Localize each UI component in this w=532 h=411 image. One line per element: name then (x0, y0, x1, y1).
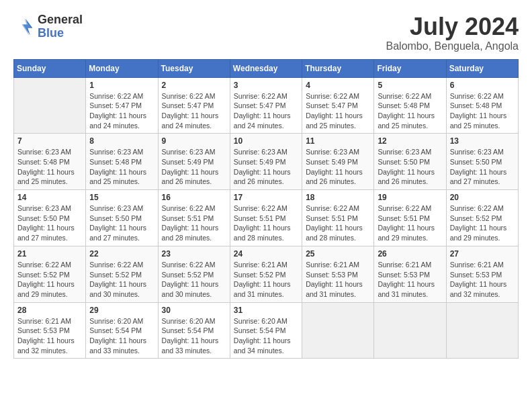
day-number: 31 (234, 306, 298, 315)
day-info: Sunrise: 6:22 AM Sunset: 5:47 PM Dayligh… (89, 91, 154, 131)
day-info: Sunrise: 6:20 AM Sunset: 5:54 PM Dayligh… (234, 316, 298, 356)
day-number: 30 (162, 306, 226, 315)
calendar-week-row: 1Sunrise: 6:22 AM Sunset: 5:47 PM Daylig… (14, 77, 519, 134)
calendar-week-row: 21Sunrise: 6:22 AM Sunset: 5:52 PM Dayli… (14, 246, 519, 302)
calendar-cell: 4Sunrise: 6:22 AM Sunset: 5:47 PM Daylig… (302, 77, 374, 134)
day-number: 16 (162, 193, 226, 202)
calendar-week-row: 28Sunrise: 6:21 AM Sunset: 5:53 PM Dayli… (14, 302, 519, 359)
day-number: 23 (162, 249, 226, 259)
day-number: 5 (378, 81, 442, 90)
day-info: Sunrise: 6:23 AM Sunset: 5:50 PM Dayligh… (89, 203, 154, 243)
calendar-cell: 17Sunrise: 6:22 AM Sunset: 5:51 PM Dayli… (230, 190, 302, 246)
weekday-header: Wednesday (230, 59, 302, 77)
calendar-cell: 13Sunrise: 6:23 AM Sunset: 5:50 PM Dayli… (446, 134, 518, 190)
day-number: 25 (306, 249, 370, 259)
day-number: 12 (378, 136, 442, 146)
day-info: Sunrise: 6:22 AM Sunset: 5:48 PM Dayligh… (378, 91, 442, 131)
day-number: 28 (17, 306, 82, 315)
day-info: Sunrise: 6:22 AM Sunset: 5:52 PM Dayligh… (17, 260, 82, 300)
calendar-cell: 14Sunrise: 6:23 AM Sunset: 5:50 PM Dayli… (14, 190, 86, 246)
logo-text: General Blue (38, 13, 83, 40)
day-number: 7 (17, 136, 82, 146)
calendar-cell: 6Sunrise: 6:22 AM Sunset: 5:48 PM Daylig… (446, 77, 518, 134)
day-number: 22 (89, 249, 154, 259)
day-number: 19 (378, 193, 442, 202)
logo-icon (13, 16, 35, 38)
day-number: 9 (162, 136, 226, 146)
calendar-cell: 24Sunrise: 6:21 AM Sunset: 5:52 PM Dayli… (230, 246, 302, 302)
day-number: 10 (234, 136, 298, 146)
calendar-cell: 29Sunrise: 6:20 AM Sunset: 5:54 PM Dayli… (86, 302, 158, 359)
day-info: Sunrise: 6:22 AM Sunset: 5:51 PM Dayligh… (378, 203, 442, 243)
location-title: Balombo, Benguela, Angola (386, 40, 519, 52)
calendar-cell: 21Sunrise: 6:22 AM Sunset: 5:52 PM Dayli… (14, 246, 86, 302)
day-number: 26 (378, 249, 442, 259)
day-number: 3 (234, 81, 298, 90)
calendar-cell: 11Sunrise: 6:23 AM Sunset: 5:49 PM Dayli… (302, 134, 374, 190)
day-info: Sunrise: 6:23 AM Sunset: 5:50 PM Dayligh… (17, 203, 82, 243)
day-info: Sunrise: 6:23 AM Sunset: 5:49 PM Dayligh… (234, 147, 298, 187)
month-title: July 2024 (386, 13, 519, 40)
calendar-cell: 2Sunrise: 6:22 AM Sunset: 5:47 PM Daylig… (158, 77, 230, 134)
calendar-cell: 23Sunrise: 6:22 AM Sunset: 5:52 PM Dayli… (158, 246, 230, 302)
calendar-cell: 1Sunrise: 6:22 AM Sunset: 5:47 PM Daylig… (86, 77, 158, 134)
day-number: 4 (306, 81, 370, 90)
calendar-cell: 5Sunrise: 6:22 AM Sunset: 5:48 PM Daylig… (374, 77, 446, 134)
day-number: 1 (89, 81, 154, 90)
day-info: Sunrise: 6:23 AM Sunset: 5:49 PM Dayligh… (162, 147, 226, 187)
page-header: General Blue July 2024 Balombo, Benguela… (13, 13, 519, 52)
weekday-header: Thursday (302, 59, 374, 77)
calendar-cell: 7Sunrise: 6:23 AM Sunset: 5:48 PM Daylig… (14, 134, 86, 190)
calendar-table: SundayMondayTuesdayWednesdayThursdayFrid… (13, 59, 519, 359)
day-info: Sunrise: 6:22 AM Sunset: 5:47 PM Dayligh… (234, 91, 298, 131)
calendar-cell: 8Sunrise: 6:23 AM Sunset: 5:48 PM Daylig… (86, 134, 158, 190)
day-info: Sunrise: 6:21 AM Sunset: 5:53 PM Dayligh… (378, 260, 442, 300)
day-number: 13 (450, 136, 515, 146)
calendar-header-row: SundayMondayTuesdayWednesdayThursdayFrid… (14, 59, 519, 77)
calendar-week-row: 7Sunrise: 6:23 AM Sunset: 5:48 PM Daylig… (14, 134, 519, 190)
day-info: Sunrise: 6:22 AM Sunset: 5:52 PM Dayligh… (450, 203, 515, 243)
calendar-cell: 27Sunrise: 6:21 AM Sunset: 5:53 PM Dayli… (446, 246, 518, 302)
weekday-header: Sunday (14, 59, 86, 77)
calendar-cell: 20Sunrise: 6:22 AM Sunset: 5:52 PM Dayli… (446, 190, 518, 246)
day-number: 29 (89, 306, 154, 315)
day-info: Sunrise: 6:22 AM Sunset: 5:51 PM Dayligh… (162, 203, 226, 243)
day-number: 6 (450, 81, 515, 90)
calendar-cell: 25Sunrise: 6:21 AM Sunset: 5:53 PM Dayli… (302, 246, 374, 302)
day-number: 27 (450, 249, 515, 259)
calendar-cell: 16Sunrise: 6:22 AM Sunset: 5:51 PM Dayli… (158, 190, 230, 246)
day-number: 20 (450, 193, 515, 202)
day-info: Sunrise: 6:20 AM Sunset: 5:54 PM Dayligh… (162, 316, 226, 356)
calendar-cell: 28Sunrise: 6:21 AM Sunset: 5:53 PM Dayli… (14, 302, 86, 359)
weekday-header: Monday (86, 59, 158, 77)
day-info: Sunrise: 6:22 AM Sunset: 5:51 PM Dayligh… (234, 203, 298, 243)
calendar-cell (374, 302, 446, 359)
calendar-cell: 10Sunrise: 6:23 AM Sunset: 5:49 PM Dayli… (230, 134, 302, 190)
day-number: 8 (89, 136, 154, 146)
day-info: Sunrise: 6:21 AM Sunset: 5:52 PM Dayligh… (234, 260, 298, 300)
day-info: Sunrise: 6:23 AM Sunset: 5:49 PM Dayligh… (306, 147, 370, 187)
weekday-header: Saturday (446, 59, 518, 77)
day-info: Sunrise: 6:23 AM Sunset: 5:50 PM Dayligh… (450, 147, 515, 187)
calendar-cell (14, 77, 86, 134)
day-info: Sunrise: 6:21 AM Sunset: 5:53 PM Dayligh… (306, 260, 370, 300)
calendar-cell: 19Sunrise: 6:22 AM Sunset: 5:51 PM Dayli… (374, 190, 446, 246)
day-number: 17 (234, 193, 298, 202)
calendar-cell (446, 302, 518, 359)
calendar-cell: 9Sunrise: 6:23 AM Sunset: 5:49 PM Daylig… (158, 134, 230, 190)
weekday-header: Tuesday (158, 59, 230, 77)
day-info: Sunrise: 6:22 AM Sunset: 5:47 PM Dayligh… (162, 91, 226, 131)
calendar-cell: 15Sunrise: 6:23 AM Sunset: 5:50 PM Dayli… (86, 190, 158, 246)
day-number: 18 (306, 193, 370, 202)
calendar-cell: 22Sunrise: 6:22 AM Sunset: 5:52 PM Dayli… (86, 246, 158, 302)
day-info: Sunrise: 6:22 AM Sunset: 5:52 PM Dayligh… (89, 260, 154, 300)
day-info: Sunrise: 6:22 AM Sunset: 5:51 PM Dayligh… (306, 203, 370, 243)
day-number: 24 (234, 249, 298, 259)
day-info: Sunrise: 6:23 AM Sunset: 5:48 PM Dayligh… (17, 147, 82, 187)
calendar-cell: 3Sunrise: 6:22 AM Sunset: 5:47 PM Daylig… (230, 77, 302, 134)
day-info: Sunrise: 6:22 AM Sunset: 5:52 PM Dayligh… (162, 260, 226, 300)
day-number: 2 (162, 81, 226, 90)
weekday-header: Friday (374, 59, 446, 77)
day-info: Sunrise: 6:21 AM Sunset: 5:53 PM Dayligh… (450, 260, 515, 300)
calendar-cell: 31Sunrise: 6:20 AM Sunset: 5:54 PM Dayli… (230, 302, 302, 359)
